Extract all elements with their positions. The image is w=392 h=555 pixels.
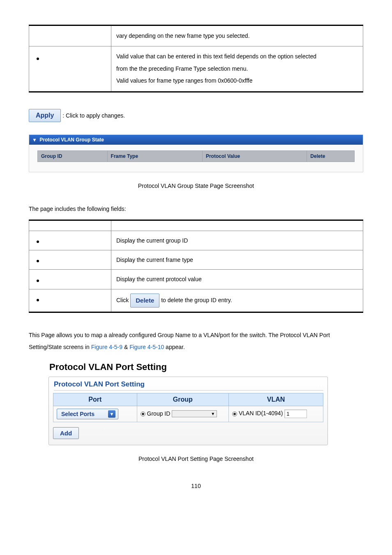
port-setting-panel: Protocol VLAN Port Setting Protocol VLAN…	[48, 362, 328, 445]
add-button[interactable]: Add	[53, 427, 79, 439]
panel-header[interactable]: ▾ Protocol VLAN Group State	[29, 135, 363, 145]
chevron-down-icon: ▼	[211, 412, 215, 416]
page-number: 110	[29, 483, 363, 489]
col-port: Port	[53, 393, 137, 406]
bullet-icon	[37, 240, 39, 243]
disclosure-icon: ▾	[33, 137, 36, 143]
col-vlan: VLAN	[229, 393, 323, 406]
fields-table: Display the current group ID Display the…	[29, 220, 363, 313]
field-delete-desc: Click Delete to delete the group ID entr…	[111, 289, 363, 312]
col-protocol-value: Protocol Value	[202, 150, 307, 162]
col-group: Group	[137, 393, 228, 406]
state-caption: Protocol VLAN Group State Page Screensho…	[29, 183, 363, 189]
state-table: Group ID Frame Type Protocol Value Delet…	[37, 150, 355, 162]
bullet-icon	[37, 260, 39, 262]
port-setting-intro: This Page allows you to map a already co…	[29, 329, 363, 354]
bullet-icon	[37, 280, 39, 282]
col-group-id: Group ID	[38, 150, 108, 162]
fields-intro: The page includes the following fields:	[29, 206, 363, 212]
group-state-panel: ▾ Protocol VLAN Group State Group ID Fra…	[29, 134, 363, 172]
chevron-down-icon: ▼	[108, 410, 115, 418]
field-protocol-value-desc: Display the current protocol value	[111, 270, 363, 289]
bullet-icon	[37, 299, 39, 301]
group-id-select[interactable]: ▼	[172, 410, 217, 417]
field-frame-type-desc: Display the current frame type	[111, 250, 363, 269]
vlan-id-input[interactable]: 1	[284, 409, 307, 418]
select-ports-dropdown[interactable]: Select Ports ▼	[57, 409, 118, 419]
figure-link-459[interactable]: Figure 4-5-9	[91, 344, 122, 350]
port-setting-title: Protocol VLAN Port Setting	[49, 362, 328, 372]
col-delete: Delete	[307, 150, 355, 162]
field-group-id-desc: Display the current group ID	[111, 231, 363, 250]
panel-title: Protocol VLAN Group State	[39, 137, 104, 143]
vlan-id-radio[interactable]	[232, 412, 237, 416]
figure-link-4510[interactable]: Figure 4-5-10	[129, 344, 164, 350]
vlan-id-label: VLAN ID(1-4094)	[239, 410, 284, 416]
apply-description: : Click to apply changes.	[62, 112, 125, 119]
delete-button[interactable]: Delete	[130, 294, 159, 308]
group-id-radio[interactable]	[141, 412, 145, 416]
port-caption: Protocol VLAN Port Setting Page Screensh…	[29, 456, 363, 462]
port-setting-subtitle: Protocol VLAN Port Setting	[54, 380, 323, 391]
apply-button[interactable]: Apply	[29, 109, 61, 122]
bullet-icon	[37, 58, 39, 60]
port-setting-table: Port Group VLAN Select Ports ▼ Group ID	[53, 393, 323, 422]
group-id-label: Group ID	[147, 410, 171, 417]
col-frame-type: Frame Type	[107, 150, 202, 162]
param-table-continued: vary depending on the new frame type you…	[29, 25, 363, 92]
row1-desc: vary depending on the new frame type you…	[111, 25, 363, 46]
row2-desc: Valid value that can be entered in this …	[111, 46, 363, 92]
